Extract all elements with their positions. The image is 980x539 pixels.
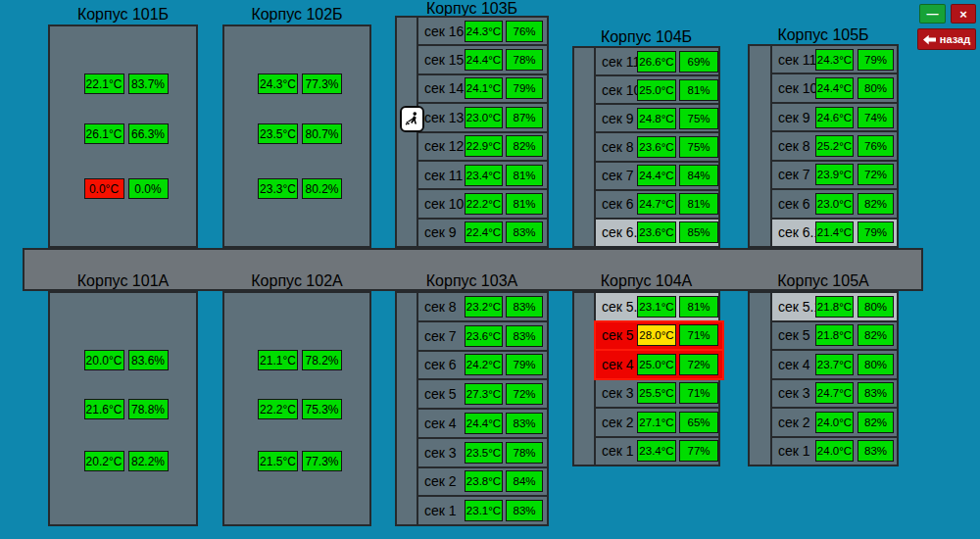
section-row: сек 1024.4°C80% xyxy=(770,73,899,103)
section-label: сек 2 xyxy=(778,415,810,430)
section-row: сек 823.2°C83% xyxy=(416,291,549,322)
section-row: сек 1524.4°C78% xyxy=(416,44,549,74)
worker-glyph xyxy=(404,110,421,128)
minimize-button[interactable]: — xyxy=(919,4,946,24)
building-panel: 20.0°C83.6%21.6°C78.8%20.2°C82.2% xyxy=(48,291,198,526)
section-label: сек 8 xyxy=(602,139,634,155)
humidity-box: 83% xyxy=(506,500,543,521)
section-rows: сек 1624.3°C76%сек 1524.4°C78%сек 1424.1… xyxy=(416,16,549,248)
humidity-box: 79% xyxy=(506,77,543,99)
temp-box: 20.2°C xyxy=(84,451,124,471)
building-104a: Корпус 104А сек 5.123.1°C81%сек 528.0°C7… xyxy=(572,291,720,466)
sensor-pair: 21.6°C78.8% xyxy=(56,399,196,419)
section-row: сек 227.1°C65% xyxy=(594,407,720,438)
humidity-box: 72% xyxy=(506,383,543,405)
section-row: сек 922.4°C83% xyxy=(416,218,549,248)
section-label: сек 4 xyxy=(602,357,634,372)
section-row: сек 825.2°C76% xyxy=(770,130,899,161)
section-label: сек 7 xyxy=(602,168,634,183)
temp-box: 23.5°C xyxy=(465,442,503,464)
section-label: сек 6 xyxy=(778,196,810,212)
humidity-box: 81% xyxy=(506,193,543,215)
section-row: сек 1624.3°C76% xyxy=(416,16,549,46)
temp-box: 21.5°C xyxy=(258,451,298,471)
sensor-pair: 22.1°C83.7% xyxy=(56,74,196,94)
building-title: Корпус 104А xyxy=(563,272,730,290)
sensor-pair: 22.2°C75.3% xyxy=(230,399,369,419)
building-105b: Корпус 105Б сек 1124.3°C79%сек 1024.4°C8… xyxy=(748,44,899,248)
temp-box: 23.1°C xyxy=(637,296,676,318)
humidity-box: 79% xyxy=(858,221,894,243)
section-row: сек 424.4°C83% xyxy=(416,408,549,439)
section-row: сек 924.8°C75% xyxy=(594,103,720,133)
humidity-box: 79% xyxy=(858,49,894,71)
section-row: сек 5.123.1°C81% xyxy=(594,291,720,322)
sensor-pair: 20.0°C83.6% xyxy=(56,350,196,370)
back-button[interactable]: назад xyxy=(917,28,976,50)
section-label: сек 5 xyxy=(424,386,457,402)
section-row: сек 521.8°C82% xyxy=(770,320,899,352)
temp-box: 21.1°C xyxy=(258,350,298,370)
temp-box: 23.8°C xyxy=(465,470,503,492)
building-102b: Корпус 102Б 24.3°C77.3%23.5°C80.7%23.3°C… xyxy=(222,24,371,248)
section-label: сек 15 xyxy=(424,52,464,68)
humidity-box: 77% xyxy=(679,440,718,462)
section-row: сек 723.9°C72% xyxy=(770,160,899,190)
building-title: Корпус 103А xyxy=(385,272,559,290)
temp-box: 22.4°C xyxy=(465,221,503,243)
temp-box: 23.3°C xyxy=(258,178,298,199)
minimize-icon: — xyxy=(927,7,939,21)
temp-box: 24.7°C xyxy=(815,382,854,404)
humidity-box: 84% xyxy=(679,165,718,186)
sensor-pair: 21.5°C77.3% xyxy=(230,451,369,471)
temp-box: 21.8°C xyxy=(815,324,854,346)
humidity-box: 83% xyxy=(506,296,543,318)
temp-box: 24.8°C xyxy=(637,108,676,129)
section-row: сек 425.0°C72% xyxy=(594,349,724,380)
humidity-box: 76% xyxy=(506,21,543,42)
section-label: сек 14 xyxy=(424,80,464,96)
building-103a: Корпус 103А сек 823.2°C83%сек 723.6°C83%… xyxy=(395,291,549,526)
sensor-pair: 26.1°C66.3% xyxy=(56,123,196,144)
building-panel: 21.1°C78.2%22.2°C75.3%21.5°C77.3% xyxy=(222,291,371,526)
temp-box: 21.6°C xyxy=(84,399,124,419)
section-label: сек 2 xyxy=(424,473,457,489)
section-label: сек 1 xyxy=(602,443,634,459)
section-label: сек 9 xyxy=(602,111,634,126)
temp-box: 27.3°C xyxy=(465,383,503,405)
section-label: сек 10 xyxy=(778,80,817,96)
humidity-box: 80.2% xyxy=(302,178,342,199)
humidity-box: 81% xyxy=(679,79,718,101)
section-label: сек 5 xyxy=(778,327,810,343)
humidity-box: 66.3% xyxy=(128,123,169,144)
humidity-box: 71% xyxy=(679,324,718,346)
section-row: сек 6.121.4°C79% xyxy=(770,218,899,248)
humidity-box: 80% xyxy=(858,77,894,99)
section-row: сек 123.4°C77% xyxy=(594,436,720,467)
section-label: сек 11 xyxy=(602,54,640,70)
section-label: сек 3 xyxy=(424,445,457,461)
temp-box: 25.0°C xyxy=(637,79,676,101)
section-row: сек 6.123.6°C85% xyxy=(594,218,720,248)
temp-box: 23.4°C xyxy=(637,440,676,462)
humidity-box: 69% xyxy=(679,51,718,73)
temp-box: 24.0°C xyxy=(815,412,854,433)
temp-box: 24.3°C xyxy=(258,74,298,94)
sensor-pair: 20.2°C82.2% xyxy=(56,451,196,471)
section-rows: сек 5.123.1°C81%сек 528.0°C71%сек 425.0°… xyxy=(594,291,720,466)
humidity-box: 77.3% xyxy=(302,451,342,471)
temp-box: 22.1°C xyxy=(84,74,124,94)
section-row: сек 724.4°C84% xyxy=(594,161,720,191)
humidity-box: 81% xyxy=(506,165,543,186)
humidity-box: 80% xyxy=(858,296,894,318)
section-row: сек 5.121.8°C80% xyxy=(770,291,899,322)
humidity-box: 83% xyxy=(506,413,543,434)
section-label: сек 1 xyxy=(424,503,457,518)
close-button[interactable]: × xyxy=(951,4,976,24)
temp-box: 23.0°C xyxy=(815,193,854,215)
temp-box: 23.6°C xyxy=(637,221,676,243)
humidity-box: 82.2% xyxy=(128,451,169,471)
humidity-box: 87% xyxy=(506,107,543,128)
section-label: сек 8 xyxy=(778,138,810,154)
section-row: сек 123.1°C83% xyxy=(416,495,549,526)
